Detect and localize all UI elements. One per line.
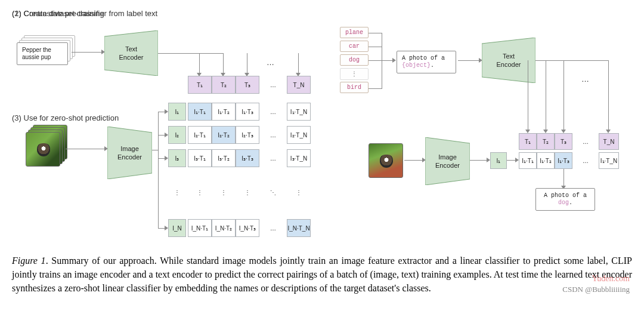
t-header: T_N — [287, 76, 311, 94]
text-encoder-label: Text Encoder — [119, 45, 144, 62]
matrix-cell: I_N·T₂ — [212, 219, 236, 237]
arrow — [546, 60, 546, 130]
text-sample: Pepper the aussie pup — [17, 42, 68, 65]
i-header: I_N — [168, 219, 186, 237]
training-image — [26, 132, 60, 167]
matrix-cell: … — [259, 126, 287, 144]
connector — [158, 112, 159, 229]
image-encoder-label: Image Encoder — [117, 144, 142, 162]
arrow — [199, 53, 200, 73]
image-encoder-block: Image Encoder — [107, 127, 152, 179]
t-header: … — [572, 133, 599, 150]
arrow — [158, 158, 165, 159]
matrix-cell: I₂·T₃ — [236, 126, 259, 144]
arrow — [66, 149, 104, 149]
arrow — [72, 52, 101, 53]
arrow — [158, 228, 165, 229]
prediction-object: dog — [558, 199, 569, 206]
class-label: plane — [340, 27, 369, 38]
text-encoder-block: Text Encoder — [104, 30, 158, 76]
matrix-cell: ⋱ — [259, 167, 287, 218]
arrow — [247, 53, 247, 73]
connector — [369, 33, 382, 33]
i-header: ⋮ — [168, 167, 186, 218]
arrow — [507, 160, 515, 161]
matrix-cell: I₃·T_N — [287, 149, 311, 167]
connector — [152, 150, 158, 150]
prediction-suffix: . — [569, 199, 572, 206]
matrix-cell: ⋮ — [212, 167, 236, 218]
prompt-object: {object} — [402, 62, 431, 69]
prediction-box: A photo of a dog. — [535, 188, 595, 211]
t-header: T_N — [599, 133, 619, 150]
figure-caption-text: . Summary of our approach. While standar… — [12, 256, 632, 293]
arrow — [158, 135, 165, 136]
arrow — [458, 60, 479, 61]
arrow — [564, 60, 564, 130]
matrix-cell: ⋮ — [236, 167, 259, 218]
matrix-cell: … — [259, 149, 287, 167]
arrow — [608, 60, 609, 130]
matrix-cell: I_N·T₁ — [188, 219, 212, 237]
ellipsis: … — [581, 75, 589, 84]
watermark: CSDN @Bubbliiiiing — [562, 284, 630, 296]
t-header: T₂ — [537, 133, 555, 150]
matrix-cell: I₁·T₃ — [236, 103, 259, 121]
matrix-cell: I₁·T_N — [287, 103, 311, 121]
matrix-cell: I₂·T₂ — [212, 126, 236, 144]
sim-cell: I₁·T₂ — [537, 152, 555, 169]
class-label-ellipsis: ⋮ — [340, 68, 369, 80]
sim-cell: … — [572, 152, 599, 169]
prompt-prefix: A photo of a — [402, 55, 445, 61]
matrix-cell: … — [259, 103, 287, 121]
prompt-suffix: . — [431, 62, 434, 69]
sim-cell: I₁·T₁ — [519, 152, 537, 169]
matrix-cell: … — [259, 219, 287, 237]
connector — [535, 60, 559, 61]
t-header: T₁ — [519, 133, 537, 150]
i1-embedding: I₁ — [490, 152, 507, 169]
i-header: I₃ — [168, 149, 186, 167]
sim-cell: I₁·T_N — [599, 152, 619, 169]
text-encoder-label: Text Encoder — [497, 52, 521, 69]
arrow — [528, 60, 528, 130]
i-header: I₂ — [168, 126, 186, 144]
i-header: I₁ — [168, 103, 186, 121]
connector — [158, 53, 224, 54]
sim-cell-match: I₁·T₃ — [555, 152, 572, 169]
matrix-cell: I₃·T₁ — [188, 149, 212, 167]
t-header: T₃ — [236, 76, 259, 94]
ellipsis: … — [267, 58, 274, 67]
matrix-cell: ⋮ — [287, 167, 311, 218]
matrix-cell: I₂·T₁ — [188, 126, 212, 144]
arrow — [382, 60, 392, 61]
matrix-cell: I_N·T₃ — [236, 219, 259, 237]
class-label: bird — [340, 82, 369, 93]
test-image — [369, 143, 403, 178]
arrow — [223, 53, 224, 73]
connector — [369, 88, 382, 89]
arrow — [158, 112, 165, 112]
matrix-cell: I₂·T_N — [287, 126, 311, 144]
watermark: Yuden.com — [592, 273, 630, 285]
matrix-cell: I₃·T₂ — [212, 149, 236, 167]
connector — [559, 60, 609, 61]
t-header: … — [259, 76, 287, 94]
figure-label: Figure 1 — [12, 256, 46, 266]
connector — [382, 33, 382, 89]
arrow — [564, 169, 564, 186]
matrix-cell: I₃·T₃ — [236, 149, 259, 167]
image-encoder-label: Image Encoder — [435, 153, 460, 170]
matrix-cell: ⋮ — [188, 167, 212, 218]
arrow — [298, 53, 299, 73]
class-label: dog — [340, 54, 369, 66]
diagram-canvas: (1) Contrastive pre-training (2) Create … — [12, 9, 632, 245]
prediction-prefix: A photo of a — [544, 192, 587, 199]
prompt-template: A photo of a {object}. — [397, 51, 456, 73]
matrix-cell: I₁·T₂ — [212, 103, 236, 121]
matrix-cell: I_N·T_N — [287, 219, 311, 237]
connector — [369, 47, 382, 47]
class-label: car — [340, 41, 369, 52]
arrow — [404, 160, 422, 161]
image-encoder-block-2: Image Encoder — [425, 137, 470, 185]
